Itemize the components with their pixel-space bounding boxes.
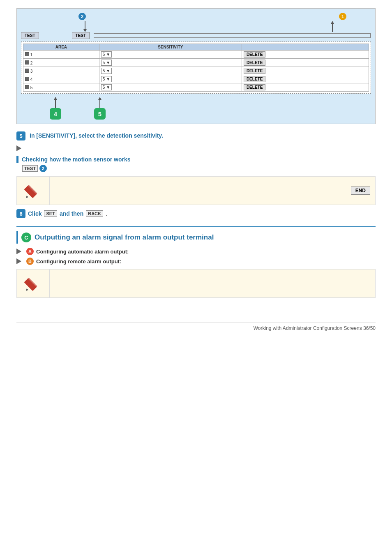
- arrow-up-5: [98, 97, 101, 108]
- back-badge[interactable]: BACK: [86, 210, 103, 217]
- delete-cell: DELETE: [242, 75, 369, 83]
- set-badge[interactable]: SET: [44, 210, 57, 217]
- sensitivity-select[interactable]: 5 ▼: [101, 51, 112, 58]
- test-badge: TEST: [22, 165, 38, 172]
- play-triangle-icon: [16, 145, 21, 151]
- diagram-area: 2 1 TEST TEST AREA: [16, 8, 376, 124]
- step-6-num: 6: [16, 209, 25, 218]
- note-content-1: END: [50, 177, 375, 205]
- sensitivity-select[interactable]: 5 ▼: [101, 76, 112, 82]
- delete-cell: DELETE: [242, 67, 369, 75]
- footer: Working with Administrator Configuration…: [16, 322, 376, 331]
- note-box-1: END: [16, 176, 376, 205]
- sub-link-row: AConfiguring automatic alarm output:: [16, 248, 376, 255]
- circle-b: B: [26, 258, 34, 265]
- callout-2: 2: [78, 13, 86, 20]
- sensitivity-cell: 5 ▼: [99, 59, 242, 67]
- delete-cell: DELETE: [242, 83, 369, 92]
- area-cell: 5: [23, 83, 99, 92]
- delete-cell: DELETE: [242, 51, 369, 59]
- svg-marker-4: [26, 288, 28, 291]
- area-checkbox[interactable]: [25, 85, 29, 89]
- test-btn-right[interactable]: TEST: [72, 32, 90, 39]
- pencil-icon-2: [24, 274, 42, 292]
- sensitivity-select[interactable]: 5 ▼: [101, 84, 112, 90]
- table-row: 35 ▼DELETE: [23, 67, 369, 75]
- callout-5: 5: [94, 108, 106, 120]
- page-wrapper: 2 1 TEST TEST AREA: [0, 0, 392, 339]
- table-row: 25 ▼DELETE: [23, 59, 369, 67]
- delete-cell: DELETE: [242, 59, 369, 67]
- svg-rect-3: [24, 278, 37, 291]
- step-5-text: In [SENSITIVITY], select the detection s…: [30, 131, 163, 139]
- delete-button[interactable]: DELETE: [244, 51, 265, 58]
- col-delete-header: [242, 44, 369, 51]
- area-sensitivity-table-wrap: AREA SENSITIVITY 15 ▼DELETE 25 ▼DELETE 3…: [21, 41, 371, 94]
- area-checkbox[interactable]: [25, 69, 29, 73]
- sensitivity-select[interactable]: 5 ▼: [101, 68, 112, 74]
- play-triangle-icon: [16, 258, 21, 264]
- sensitivity-select[interactable]: 5 ▼: [101, 60, 112, 66]
- callout-1: 1: [339, 13, 346, 20]
- svg-marker-1: [26, 196, 28, 198]
- section-c-left-bar: [16, 231, 18, 244]
- table-row: 15 ▼DELETE: [23, 51, 369, 59]
- footer-text: Working with Administrator Configuration…: [254, 325, 376, 331]
- delete-button[interactable]: DELETE: [244, 84, 265, 90]
- note-content-2: [50, 269, 375, 297]
- blue-bar: [16, 156, 18, 163]
- sensitivity-cell: 5 ▼: [99, 67, 242, 75]
- area-cell: 3: [23, 67, 99, 75]
- arrow-up-4: [54, 97, 57, 108]
- delete-button[interactable]: DELETE: [244, 68, 265, 74]
- note-box-2: [16, 269, 376, 298]
- area-sensitivity-table: AREA SENSITIVITY 15 ▼DELETE 25 ▼DELETE 3…: [23, 44, 369, 92]
- arrow-down-2: [83, 21, 87, 32]
- sensitivity-cell: 5 ▼: [99, 83, 242, 92]
- test-badge-row: TEST 2: [22, 165, 376, 172]
- area-cell: 1: [23, 51, 99, 59]
- checking-heading: Checking how the motion sensor works: [22, 156, 130, 163]
- end-button[interactable]: END: [351, 187, 370, 195]
- callout-2-badge: 2: [39, 165, 47, 172]
- table-row: 45 ▼DELETE: [23, 75, 369, 83]
- sub-link-text[interactable]: Configuring automatic alarm output:: [36, 249, 129, 255]
- circle-a: A: [26, 248, 34, 255]
- area-cell: 4: [23, 75, 99, 83]
- sub-link-row: BConfiguring remote alarm output:: [16, 258, 376, 265]
- svg-rect-0: [24, 185, 37, 198]
- area-checkbox[interactable]: [25, 60, 29, 64]
- circle-c: C: [21, 233, 31, 242]
- section-c-title: Outputting an alarm signal from alarm ou…: [35, 233, 214, 242]
- play-separator: [16, 145, 376, 152]
- sensitivity-cell: 5 ▼: [99, 75, 242, 83]
- area-checkbox[interactable]: [25, 52, 29, 56]
- col-area: AREA: [23, 44, 99, 51]
- test-btn-left[interactable]: TEST: [21, 32, 39, 39]
- delete-button[interactable]: DELETE: [244, 60, 265, 66]
- and-then-text: and then: [60, 210, 83, 217]
- note-icon-area-1: [17, 177, 50, 205]
- table-row: 55 ▼DELETE: [23, 83, 369, 92]
- area-cell: 2: [23, 59, 99, 67]
- dot-text: .: [106, 210, 107, 217]
- delete-button[interactable]: DELETE: [244, 76, 265, 82]
- sensitivity-cell: 5 ▼: [99, 51, 242, 59]
- section-c-row: C Outputting an alarm signal from alarm …: [16, 226, 376, 244]
- sub-links-container: AConfiguring automatic alarm output:BCon…: [16, 248, 376, 265]
- play-triangle-icon: [16, 249, 21, 254]
- col-sensitivity: SENSITIVITY: [99, 44, 242, 51]
- step-6-row: 6 Click SET and then BACK .: [16, 209, 376, 218]
- callout-4: 4: [50, 108, 61, 120]
- step-5-num: 5: [16, 131, 25, 140]
- sub-link-text[interactable]: Configuring remote alarm output:: [36, 258, 121, 265]
- note-icon-area-2: [17, 269, 50, 297]
- area-checkbox[interactable]: [25, 77, 29, 81]
- checking-section-row: Checking how the motion sensor works: [16, 156, 376, 163]
- step-5-row: 5 In [SENSITIVITY], select the detection…: [16, 131, 376, 140]
- step-6-click-text: Click: [28, 210, 42, 217]
- arrow-up-1: [331, 21, 334, 32]
- pencil-icon-1: [24, 182, 42, 200]
- diagram-header: TEST TEST: [21, 32, 371, 39]
